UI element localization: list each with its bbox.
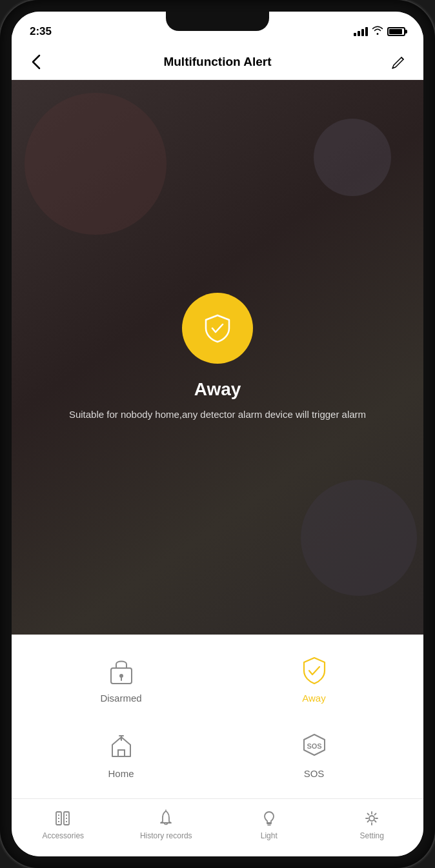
status-icons	[354, 26, 405, 37]
mode-grid: Disarmed Away	[12, 635, 423, 798]
history-records-label: History records	[140, 831, 192, 840]
accessories-icon	[54, 809, 72, 827]
bg-circle-2	[301, 480, 417, 596]
bg-circle-1	[25, 93, 167, 235]
light-label: Light	[261, 831, 278, 840]
accessories-label: Accessories	[42, 831, 84, 840]
light-icon	[260, 809, 278, 827]
mode-home[interactable]: Home	[31, 723, 211, 785]
hero-area: Away Suitable for nobody home,any detect…	[12, 80, 423, 635]
home-label: Home	[108, 768, 134, 779]
mode-disarmed[interactable]: Disarmed	[31, 647, 211, 710]
bell-icon	[157, 809, 175, 827]
edit-button[interactable]	[387, 50, 410, 74]
sos-label: SOS	[304, 768, 325, 779]
header: Multifunction Alert	[12, 44, 423, 80]
hero-mode-name: Away	[194, 379, 241, 400]
nav-light[interactable]: Light	[218, 809, 321, 840]
sos-icon: SOS	[298, 729, 331, 763]
mode-away[interactable]: Away	[224, 647, 404, 710]
hero-mode-description: Suitable for nobody home,any detector al…	[43, 408, 392, 422]
bg-circle-3	[314, 119, 391, 196]
battery-icon	[387, 27, 405, 36]
svg-point-16	[369, 816, 374, 821]
away-label: Away	[302, 693, 325, 704]
svg-rect-11	[66, 818, 67, 819]
nav-history-records[interactable]: History records	[115, 809, 218, 840]
shield-check-icon	[201, 311, 234, 345]
status-time: 2:35	[30, 25, 52, 38]
shield-circle	[182, 293, 253, 364]
phone-frame: 2:35	[0, 0, 435, 868]
disarmed-icon	[105, 654, 138, 687]
svg-rect-7	[58, 818, 59, 819]
away-icon	[298, 654, 331, 687]
bottom-nav: Accessories History records	[12, 798, 423, 856]
nav-accessories[interactable]: Accessories	[12, 809, 115, 840]
svg-rect-8	[58, 821, 59, 822]
svg-rect-6	[58, 814, 59, 816]
mode-sos[interactable]: SOS SOS	[224, 723, 404, 785]
page-title: Multifunction Alert	[163, 55, 271, 69]
svg-text:SOS: SOS	[307, 742, 321, 750]
back-button[interactable]	[25, 50, 48, 74]
svg-rect-10	[66, 814, 67, 816]
phone-screen: 2:35	[12, 12, 423, 856]
signal-icon	[354, 27, 368, 36]
nav-setting[interactable]: Setting	[321, 809, 424, 840]
disarmed-label: Disarmed	[100, 693, 141, 704]
notch	[166, 12, 269, 31]
gear-icon	[363, 809, 381, 827]
setting-label: Setting	[360, 831, 384, 840]
svg-rect-12	[66, 821, 67, 822]
wifi-icon	[372, 26, 383, 37]
home-icon	[105, 729, 138, 763]
